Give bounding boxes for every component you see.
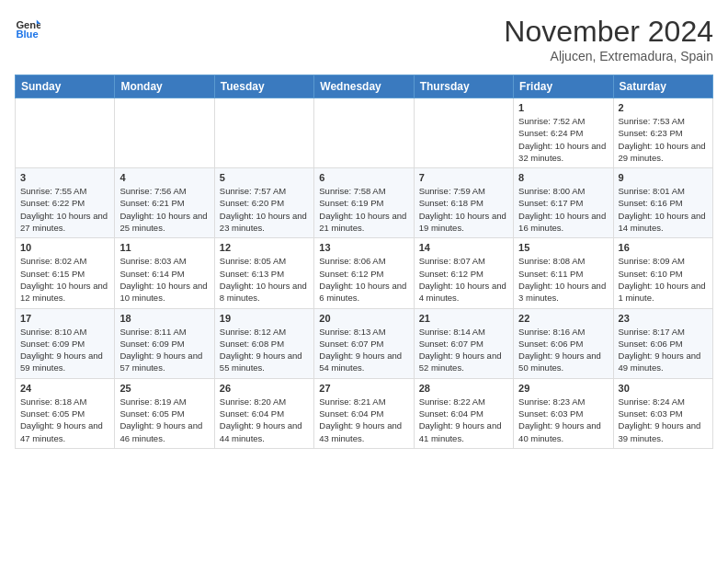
day-number: 3 [20,172,109,183]
day-info: Sunrise: 8:23 AM Sunset: 6:03 PM Dayligh… [518,396,608,444]
calendar-cell: 30Sunrise: 8:24 AM Sunset: 6:03 PM Dayli… [613,378,712,448]
calendar-cell: 13Sunrise: 8:06 AM Sunset: 6:12 PM Dayli… [314,238,414,308]
calendar-cell: 16Sunrise: 8:09 AM Sunset: 6:10 PM Dayli… [613,238,712,308]
day-info: Sunrise: 8:03 AM Sunset: 6:14 PM Dayligh… [119,255,209,304]
day-number: 28 [419,383,508,394]
weekday-header: Thursday [414,75,513,98]
day-info: Sunrise: 8:09 AM Sunset: 6:10 PM Dayligh… [619,255,708,304]
calendar-table: SundayMondayTuesdayWednesdayThursdayFrid… [15,75,713,449]
weekday-header: Friday [514,75,613,98]
day-info: Sunrise: 8:22 AM Sunset: 6:04 PM Dayligh… [419,396,508,444]
day-info: Sunrise: 8:14 AM Sunset: 6:07 PM Dayligh… [419,326,508,374]
day-info: Sunrise: 8:07 AM Sunset: 6:12 PM Dayligh… [419,255,508,304]
calendar-cell [414,98,513,168]
day-info: Sunrise: 8:13 AM Sunset: 6:07 PM Dayligh… [319,326,408,374]
calendar-cell: 3Sunrise: 7:55 AM Sunset: 6:22 PM Daylig… [16,168,115,238]
day-info: Sunrise: 8:01 AM Sunset: 6:16 PM Dayligh… [619,185,708,234]
month-title: November 2024 [504,15,713,49]
weekday-header: Saturday [613,75,712,98]
day-info: Sunrise: 8:02 AM Sunset: 6:15 PM Dayligh… [20,255,109,304]
day-number: 24 [20,383,109,394]
day-number: 18 [119,313,209,324]
location: Aljucen, Extremadura, Spain [504,49,713,63]
day-number: 16 [619,242,708,253]
day-info: Sunrise: 7:57 AM Sunset: 6:20 PM Dayligh… [220,185,309,234]
day-number: 29 [518,383,608,394]
day-number: 1 [518,102,608,113]
calendar-cell: 11Sunrise: 8:03 AM Sunset: 6:14 PM Dayli… [115,238,214,308]
day-number: 12 [220,242,309,253]
weekday-header: Monday [115,75,214,98]
day-info: Sunrise: 8:17 AM Sunset: 6:06 PM Dayligh… [619,326,708,374]
day-number: 22 [518,313,608,324]
calendar-cell: 18Sunrise: 8:11 AM Sunset: 6:09 PM Dayli… [115,308,214,378]
logo-icon: General Blue [15,15,40,40]
calendar-cell: 26Sunrise: 8:20 AM Sunset: 6:04 PM Dayli… [214,378,313,448]
weekday-header: Tuesday [214,75,313,98]
day-number: 8 [518,172,608,183]
calendar-cell: 21Sunrise: 8:14 AM Sunset: 6:07 PM Dayli… [414,308,513,378]
calendar-cell: 17Sunrise: 8:10 AM Sunset: 6:09 PM Dayli… [16,308,115,378]
day-number: 2 [619,102,708,113]
day-info: Sunrise: 8:05 AM Sunset: 6:13 PM Dayligh… [220,255,309,304]
day-info: Sunrise: 8:10 AM Sunset: 6:09 PM Dayligh… [20,326,109,374]
calendar-cell: 5Sunrise: 7:57 AM Sunset: 6:20 PM Daylig… [214,168,313,238]
day-number: 9 [619,172,708,183]
calendar-cell: 1Sunrise: 7:52 AM Sunset: 6:24 PM Daylig… [514,98,613,168]
calendar-week-row: 10Sunrise: 8:02 AM Sunset: 6:15 PM Dayli… [16,238,713,308]
calendar-cell: 8Sunrise: 8:00 AM Sunset: 6:17 PM Daylig… [514,168,613,238]
day-info: Sunrise: 8:19 AM Sunset: 6:05 PM Dayligh… [119,396,209,444]
day-number: 6 [319,172,408,183]
day-number: 14 [419,242,508,253]
day-number: 7 [419,172,508,183]
calendar-cell: 12Sunrise: 8:05 AM Sunset: 6:13 PM Dayli… [214,238,313,308]
calendar-header-row: SundayMondayTuesdayWednesdayThursdayFrid… [16,75,713,98]
calendar-week-row: 3Sunrise: 7:55 AM Sunset: 6:22 PM Daylig… [16,168,713,238]
calendar-cell: 7Sunrise: 7:59 AM Sunset: 6:18 PM Daylig… [414,168,513,238]
calendar-cell: 15Sunrise: 8:08 AM Sunset: 6:11 PM Dayli… [514,238,613,308]
calendar-cell [214,98,313,168]
weekday-header: Wednesday [314,75,414,98]
day-number: 10 [20,242,109,253]
day-info: Sunrise: 8:12 AM Sunset: 6:08 PM Dayligh… [220,326,309,374]
day-info: Sunrise: 8:21 AM Sunset: 6:04 PM Dayligh… [319,396,408,444]
calendar-cell [115,98,214,168]
calendar-cell: 23Sunrise: 8:17 AM Sunset: 6:06 PM Dayli… [613,308,712,378]
day-number: 19 [220,313,309,324]
day-number: 17 [20,313,109,324]
day-info: Sunrise: 8:16 AM Sunset: 6:06 PM Dayligh… [518,326,608,374]
day-number: 25 [119,383,209,394]
day-number: 23 [619,313,708,324]
day-info: Sunrise: 7:58 AM Sunset: 6:19 PM Dayligh… [319,185,408,234]
day-number: 15 [518,242,608,253]
day-number: 4 [119,172,209,183]
day-info: Sunrise: 8:20 AM Sunset: 6:04 PM Dayligh… [220,396,309,444]
calendar-cell [16,98,115,168]
logo: General Blue [15,15,40,40]
calendar-cell: 20Sunrise: 8:13 AM Sunset: 6:07 PM Dayli… [314,308,414,378]
calendar-cell: 9Sunrise: 8:01 AM Sunset: 6:16 PM Daylig… [613,168,712,238]
calendar-week-row: 17Sunrise: 8:10 AM Sunset: 6:09 PM Dayli… [16,308,713,378]
calendar-week-row: 24Sunrise: 8:18 AM Sunset: 6:05 PM Dayli… [16,378,713,448]
title-block: November 2024 Aljucen, Extremadura, Spai… [504,15,713,63]
calendar-cell: 29Sunrise: 8:23 AM Sunset: 6:03 PM Dayli… [514,378,613,448]
day-number: 11 [119,242,209,253]
day-number: 27 [319,383,408,394]
page-header: General Blue November 2024 Aljucen, Extr… [15,15,713,63]
day-info: Sunrise: 8:08 AM Sunset: 6:11 PM Dayligh… [518,255,608,304]
day-info: Sunrise: 7:53 AM Sunset: 6:23 PM Dayligh… [619,115,708,164]
weekday-header: Sunday [16,75,115,98]
day-info: Sunrise: 7:59 AM Sunset: 6:18 PM Dayligh… [419,185,508,234]
calendar-cell: 28Sunrise: 8:22 AM Sunset: 6:04 PM Dayli… [414,378,513,448]
day-number: 13 [319,242,408,253]
calendar-cell: 25Sunrise: 8:19 AM Sunset: 6:05 PM Dayli… [115,378,214,448]
calendar-cell: 2Sunrise: 7:53 AM Sunset: 6:23 PM Daylig… [613,98,712,168]
day-number: 30 [619,383,708,394]
calendar-cell: 22Sunrise: 8:16 AM Sunset: 6:06 PM Dayli… [514,308,613,378]
svg-text:Blue: Blue [16,29,38,40]
day-info: Sunrise: 7:55 AM Sunset: 6:22 PM Dayligh… [20,185,109,234]
day-info: Sunrise: 8:11 AM Sunset: 6:09 PM Dayligh… [119,326,209,374]
calendar-cell: 4Sunrise: 7:56 AM Sunset: 6:21 PM Daylig… [115,168,214,238]
calendar-cell: 24Sunrise: 8:18 AM Sunset: 6:05 PM Dayli… [16,378,115,448]
day-info: Sunrise: 8:00 AM Sunset: 6:17 PM Dayligh… [518,185,608,234]
